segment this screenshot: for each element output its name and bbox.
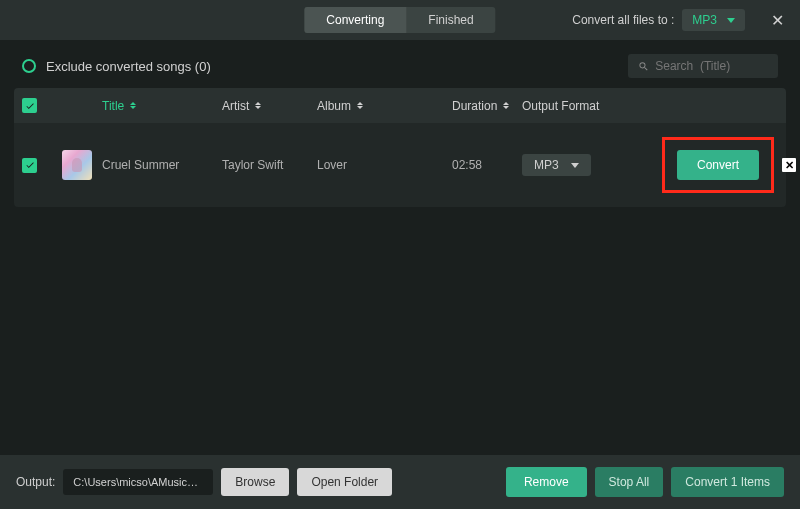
column-album[interactable]: Album [317, 99, 452, 113]
exclude-toggle-icon[interactable] [22, 59, 36, 73]
table-row: Cruel Summer Taylor Swift Lover 02:58 MP… [14, 123, 786, 207]
exclude-label: Exclude converted songs (0) [46, 59, 211, 74]
row-title: Cruel Summer [102, 158, 222, 172]
row-duration: 02:58 [452, 158, 522, 172]
search-box[interactable] [628, 54, 778, 78]
open-folder-button[interactable]: Open Folder [297, 468, 392, 496]
sort-icon [255, 102, 261, 109]
column-output-format-label: Output Format [522, 99, 599, 113]
check-icon [25, 101, 35, 111]
column-duration[interactable]: Duration [452, 99, 522, 113]
output-path[interactable]: C:\Users\micso\AMusicSoft\... [63, 469, 213, 495]
list-area: Title Artist Album Duration Output Forma… [0, 88, 800, 207]
sort-icon [357, 102, 363, 109]
bottom-right-actions: Remove Stop All Convert 1 Items [506, 467, 784, 497]
global-format-select[interactable]: MP3 [682, 9, 745, 31]
remove-button[interactable]: Remove [506, 467, 587, 497]
column-title[interactable]: Title [102, 99, 222, 113]
select-all-checkbox[interactable] [22, 98, 37, 113]
bottom-bar: Output: C:\Users\micso\AMusicSoft\... Br… [0, 455, 800, 509]
column-output-format: Output Format [522, 99, 652, 113]
sort-icon [503, 102, 509, 109]
row-artist: Taylor Swift [222, 158, 317, 172]
tab-finished[interactable]: Finished [406, 7, 495, 33]
browse-button[interactable]: Browse [221, 468, 289, 496]
output-label: Output: [16, 475, 55, 489]
check-icon [25, 160, 35, 170]
global-format-value: MP3 [692, 13, 717, 27]
column-duration-label: Duration [452, 99, 497, 113]
search-icon [638, 60, 649, 73]
row-format-select[interactable]: MP3 [522, 154, 591, 176]
convert-all-group: Convert all files to : MP3 ✕ [572, 9, 788, 31]
row-remove-button[interactable]: ✕ [782, 158, 796, 172]
top-bar: Converting Finished Convert all files to… [0, 0, 800, 40]
close-icon[interactable]: ✕ [767, 11, 788, 30]
column-artist[interactable]: Artist [222, 99, 317, 113]
chevron-down-icon [571, 163, 579, 168]
row-format-value: MP3 [534, 158, 559, 172]
tab-converting[interactable]: Converting [304, 7, 406, 33]
tab-switch: Converting Finished [304, 7, 495, 33]
search-input[interactable] [655, 59, 768, 73]
sub-bar: Exclude converted songs (0) [0, 40, 800, 88]
row-checkbox[interactable] [22, 158, 37, 173]
convert-button[interactable]: Convert [677, 150, 759, 180]
table-header: Title Artist Album Duration Output Forma… [14, 88, 786, 123]
chevron-down-icon [727, 18, 735, 23]
convert-button-highlight: Convert [662, 137, 774, 193]
column-album-label: Album [317, 99, 351, 113]
album-art-thumbnail [62, 150, 92, 180]
sort-icon [130, 102, 136, 109]
convert-all-label: Convert all files to : [572, 13, 674, 27]
row-album: Lover [317, 158, 452, 172]
stop-all-button[interactable]: Stop All [595, 467, 664, 497]
convert-items-button[interactable]: Convert 1 Items [671, 467, 784, 497]
column-title-label: Title [102, 99, 124, 113]
column-artist-label: Artist [222, 99, 249, 113]
